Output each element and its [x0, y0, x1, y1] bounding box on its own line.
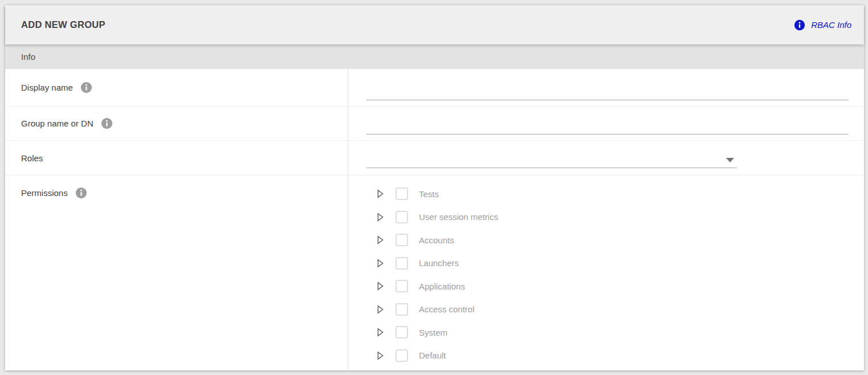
permission-checkbox[interactable]	[396, 188, 408, 200]
add-group-form: Display name Group name or DN	[5, 69, 864, 370]
permission-label: System	[419, 328, 447, 337]
tree-row-default: Default	[374, 344, 864, 368]
permissions-label-cell: Permissions	[5, 176, 348, 370]
permission-label: Applications	[419, 282, 465, 291]
group-name-input[interactable]	[366, 117, 849, 134]
chevron-right-icon[interactable]	[374, 349, 386, 362]
permission-checkbox[interactable]	[396, 234, 408, 246]
chevron-right-icon[interactable]	[374, 211, 386, 223]
group-name-field-cell	[348, 107, 864, 140]
tree-row-system: System	[374, 321, 864, 344]
permission-checkbox[interactable]	[396, 349, 408, 362]
row-display-name: Display name	[5, 69, 864, 107]
caret-down-icon	[726, 158, 734, 162]
permissions-tree: Tests User session metrics Accounts	[348, 176, 864, 370]
permission-label: Default	[419, 350, 446, 360]
permission-checkbox[interactable]	[396, 280, 408, 292]
rbac-info-label: RBAC Info	[811, 20, 851, 30]
display-name-field-cell	[348, 69, 864, 106]
permission-checkbox[interactable]	[396, 303, 408, 316]
tree-row-user-session-metrics: User session metrics	[374, 206, 864, 229]
roles-select[interactable]	[366, 151, 737, 168]
permission-label: Launchers	[419, 258, 459, 268]
info-icon[interactable]	[80, 81, 92, 93]
permission-label: Tests	[419, 189, 439, 199]
info-icon	[794, 19, 805, 31]
permission-label: User session metrics	[419, 212, 498, 222]
rbac-info-link[interactable]: RBAC Info	[794, 19, 851, 31]
tree-row-applications: Applications	[374, 275, 864, 298]
permission-checkbox[interactable]	[396, 211, 408, 223]
roles-label: Roles	[21, 153, 43, 163]
tree-row-launchers: Launchers	[374, 252, 864, 275]
row-permissions: Permissions Tests	[5, 176, 864, 370]
permission-label: Accounts	[419, 235, 454, 245]
section-bar-info: Info	[5, 44, 864, 69]
permission-checkbox[interactable]	[396, 257, 408, 270]
permission-checkbox[interactable]	[396, 326, 408, 339]
tree-row-access-control: Access control	[374, 298, 864, 321]
row-roles: Roles	[5, 141, 864, 176]
section-label: Info	[21, 52, 35, 62]
row-group-name: Group name or DN	[5, 107, 864, 141]
group-name-label: Group name or DN	[21, 119, 93, 128]
chevron-right-icon[interactable]	[374, 234, 386, 246]
panel-header: ADD NEW GROUP RBAC Info	[5, 5, 864, 44]
permission-label: Access control	[419, 304, 475, 314]
tree-row-accounts: Accounts	[374, 229, 864, 252]
display-name-label-cell: Display name	[5, 69, 348, 106]
chevron-right-icon[interactable]	[374, 188, 386, 200]
chevron-right-icon[interactable]	[374, 326, 386, 339]
display-name-label: Display name	[21, 83, 73, 92]
info-icon[interactable]	[75, 187, 87, 199]
tree-row-tests: Tests	[374, 182, 864, 206]
add-new-group-panel: ADD NEW GROUP RBAC Info Info Display nam…	[5, 5, 864, 370]
chevron-right-icon[interactable]	[374, 257, 386, 270]
roles-field-cell	[348, 141, 864, 175]
roles-label-cell: Roles	[5, 141, 348, 175]
group-name-label-cell: Group name or DN	[5, 107, 348, 140]
display-name-input[interactable]	[366, 83, 849, 100]
permissions-label: Permissions	[21, 188, 68, 198]
info-icon[interactable]	[101, 117, 113, 129]
chevron-right-icon[interactable]	[374, 280, 386, 292]
chevron-right-icon[interactable]	[374, 303, 386, 316]
page-title: ADD NEW GROUP	[21, 19, 105, 30]
